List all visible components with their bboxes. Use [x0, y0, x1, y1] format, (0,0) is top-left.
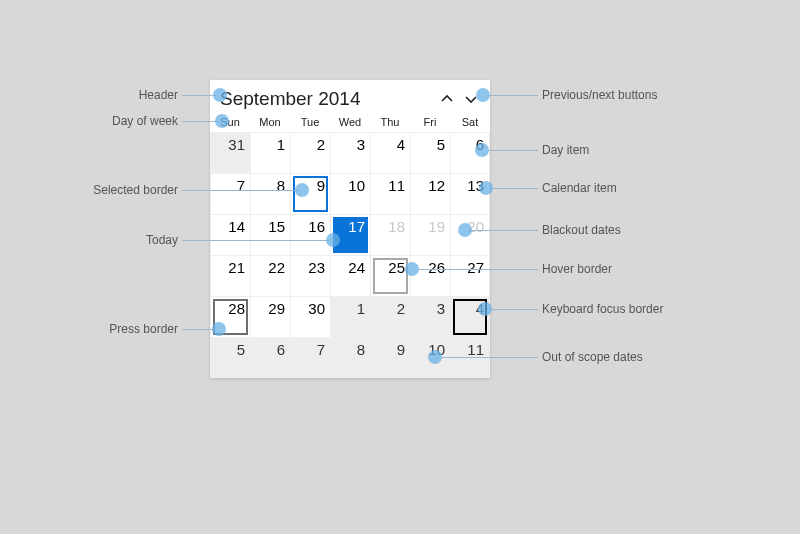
day-cell[interactable]: 16 — [290, 214, 330, 255]
callout-line — [490, 95, 538, 96]
day-cell[interactable]: 8 — [330, 337, 370, 378]
day-number: 3 — [357, 136, 365, 153]
day-cell[interactable]: 23 — [290, 255, 330, 296]
day-number: 26 — [428, 259, 445, 276]
day-cell[interactable]: 3 — [330, 132, 370, 173]
label-hover: Hover border — [542, 262, 702, 276]
day-number: 31 — [228, 136, 245, 153]
nav-buttons — [438, 90, 480, 108]
day-number: 27 — [467, 259, 484, 276]
day-cell[interactable]: 18 — [370, 214, 410, 255]
callout-marker — [215, 114, 229, 128]
day-cell[interactable]: 26 — [410, 255, 450, 296]
day-cell[interactable]: 11 — [370, 173, 410, 214]
callout-line — [182, 240, 329, 241]
day-number: 12 — [428, 177, 445, 194]
day-cell[interactable]: 31 — [210, 132, 250, 173]
day-cell[interactable]: 9 — [370, 337, 410, 378]
label-selected: Selected border — [68, 183, 178, 197]
day-number: 3 — [437, 300, 445, 317]
day-cell[interactable]: 6 — [250, 337, 290, 378]
day-cell[interactable]: 7 — [290, 337, 330, 378]
day-number: 22 — [268, 259, 285, 276]
day-number: 5 — [237, 341, 245, 358]
callout-line — [472, 230, 538, 231]
callout-marker — [295, 183, 309, 197]
day-cell[interactable]: 1 — [330, 296, 370, 337]
chevron-up-icon — [440, 92, 454, 106]
day-number: 7 — [237, 177, 245, 194]
label-press: Press border — [68, 322, 178, 336]
day-number: 24 — [348, 259, 365, 276]
callout-marker — [213, 88, 227, 102]
day-number: 11 — [388, 177, 405, 194]
day-number: 30 — [308, 300, 325, 317]
callout-marker — [326, 233, 340, 247]
day-cell[interactable]: 4 — [370, 132, 410, 173]
day-number: 11 — [467, 341, 484, 358]
day-cell[interactable]: 27 — [450, 255, 490, 296]
day-number: 2 — [317, 136, 325, 153]
day-cell[interactable]: 12 — [410, 173, 450, 214]
day-cell[interactable]: 22 — [250, 255, 290, 296]
day-cell[interactable]: 2 — [290, 132, 330, 173]
day-cell[interactable]: 29 — [250, 296, 290, 337]
day-cell[interactable]: 1 — [250, 132, 290, 173]
day-cell[interactable]: 7 — [210, 173, 250, 214]
day-number: 18 — [388, 218, 405, 235]
day-cell[interactable]: 3 — [410, 296, 450, 337]
day-number: 19 — [428, 218, 445, 235]
calendar-header: September 2014 — [210, 80, 490, 114]
day-number: 7 — [317, 341, 325, 358]
callout-marker — [478, 302, 492, 316]
dow-label: Mon — [250, 116, 290, 128]
day-cell[interactable]: 24 — [330, 255, 370, 296]
day-cell[interactable]: 25 — [370, 255, 410, 296]
header-title[interactable]: September 2014 — [220, 88, 438, 110]
prev-button[interactable] — [438, 90, 456, 108]
day-number: 5 — [437, 136, 445, 153]
day-number: 29 — [268, 300, 285, 317]
day-cell[interactable]: 21 — [210, 255, 250, 296]
callout-line — [442, 357, 538, 358]
label-prevnext: Previous/next buttons — [542, 88, 702, 102]
callout-marker — [475, 143, 489, 157]
dow-label: Fri — [410, 116, 450, 128]
dow-label: Thu — [370, 116, 410, 128]
day-cell[interactable]: 30 — [290, 296, 330, 337]
day-number: 1 — [357, 300, 365, 317]
label-dayitem: Day item — [542, 143, 702, 157]
label-today: Today — [68, 233, 178, 247]
day-cell[interactable]: 2 — [370, 296, 410, 337]
dow-label: Sat — [450, 116, 490, 128]
day-cell[interactable]: 15 — [250, 214, 290, 255]
label-header: Header — [68, 88, 178, 102]
day-number: 6 — [277, 341, 285, 358]
callout-line — [419, 269, 538, 270]
callout-line — [492, 309, 538, 310]
callout-line — [493, 188, 538, 189]
day-cell[interactable]: 8 — [250, 173, 290, 214]
day-number: 10 — [348, 177, 365, 194]
callout-line — [182, 190, 298, 191]
calendar-grid: 3112345678910111213141516171819202122232… — [210, 132, 490, 378]
callout-line — [489, 150, 538, 151]
day-of-week-row: Sun Mon Tue Wed Thu Fri Sat — [210, 114, 490, 132]
label-dow: Day of week — [68, 114, 178, 128]
day-number: 2 — [397, 300, 405, 317]
day-number: 28 — [228, 300, 245, 317]
day-number: 17 — [348, 218, 365, 235]
day-cell[interactable]: 19 — [410, 214, 450, 255]
day-number: 16 — [308, 218, 325, 235]
callout-marker — [458, 223, 472, 237]
callout-line — [182, 95, 216, 96]
day-cell[interactable]: 5 — [210, 337, 250, 378]
calendar-view: September 2014 Sun Mon Tue Wed Thu Fri S… — [210, 80, 490, 378]
day-cell[interactable]: 5 — [410, 132, 450, 173]
day-cell[interactable]: 14 — [210, 214, 250, 255]
callout-marker — [405, 262, 419, 276]
day-number: 1 — [277, 136, 285, 153]
dow-label: Tue — [290, 116, 330, 128]
day-cell[interactable]: 10 — [330, 173, 370, 214]
day-number: 25 — [388, 259, 405, 276]
